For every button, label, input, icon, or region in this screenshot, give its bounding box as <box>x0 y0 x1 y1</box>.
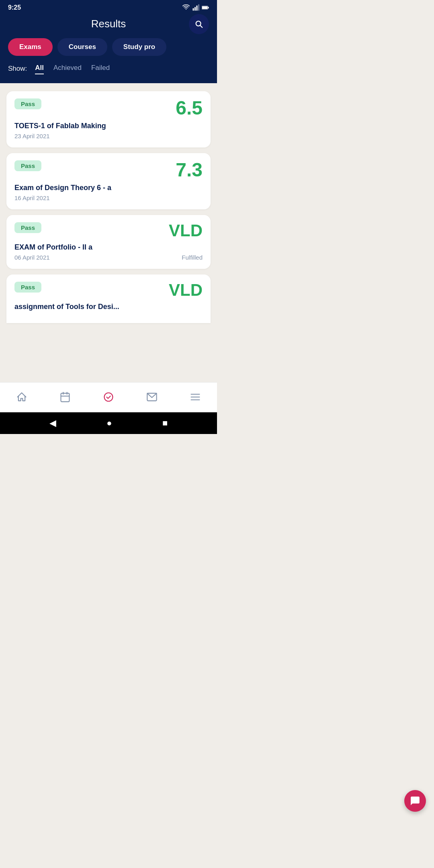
pass-badge-2: Pass <box>14 160 41 171</box>
card-top-1: Pass 6.5 <box>14 98 203 118</box>
svg-point-14 <box>104 393 113 401</box>
card-date-3: 06 April 2021 <box>14 254 92 261</box>
pass-badge-4: Pass <box>14 282 41 293</box>
filter-label: Show: <box>8 65 27 73</box>
results-icon <box>103 391 114 403</box>
filter-failed[interactable]: Failed <box>91 64 110 74</box>
bottom-nav <box>0 382 217 412</box>
fulfilled-3: Fulfilled <box>182 254 203 261</box>
score-3: VLD <box>169 222 203 239</box>
tab-study[interactable]: Study pro <box>112 38 166 56</box>
nav-calendar[interactable] <box>55 389 76 405</box>
tab-courses[interactable]: Courses <box>57 38 107 56</box>
card-top-2: Pass 7.3 <box>14 160 203 180</box>
svg-line-9 <box>200 25 202 27</box>
card-date-1: 23 April 2021 <box>14 133 203 139</box>
pass-badge-1: Pass <box>14 98 41 109</box>
svg-rect-3 <box>197 6 198 11</box>
result-card-1[interactable]: Pass 6.5 TOETS-1 of Fablab Making 23 Apr… <box>6 91 211 147</box>
status-bar: 9:25 <box>0 0 217 14</box>
nav-home[interactable] <box>11 389 32 405</box>
svg-rect-6 <box>208 7 209 8</box>
tabs-row: Exams Courses Study pro <box>0 38 217 64</box>
pass-badge-3: Pass <box>14 222 41 233</box>
page-title: Results <box>91 18 126 30</box>
score-2: 7.3 <box>176 160 203 180</box>
score-1: 6.5 <box>176 98 203 118</box>
svg-rect-1 <box>193 8 194 11</box>
filter-row: Show: All Achieved Failed <box>0 64 217 83</box>
home-icon <box>16 391 27 403</box>
tab-exams[interactable]: Exams <box>8 38 53 56</box>
search-icon <box>194 20 203 29</box>
wifi-icon <box>182 4 190 11</box>
svg-rect-4 <box>198 4 199 11</box>
card-date-2: 16 April 2021 <box>14 194 203 201</box>
card-bottom-3: EXAM of Portfolio - II a 06 April 2021 F… <box>14 243 203 261</box>
calendar-icon <box>59 391 71 403</box>
card-title-3: EXAM of Portfolio - II a <box>14 243 92 252</box>
signal-icon <box>192 4 199 11</box>
result-card-2[interactable]: Pass 7.3 Exam of Design Theory 6 - a 16 … <box>6 153 211 209</box>
card-top-4: Pass VLD <box>14 282 203 299</box>
android-back[interactable]: ◀ <box>49 418 56 428</box>
header: Results <box>0 14 217 38</box>
nav-messages[interactable] <box>141 389 162 405</box>
svg-point-0 <box>186 9 186 10</box>
filter-options: All Achieved Failed <box>35 64 110 74</box>
messages-icon <box>146 391 158 403</box>
card-top-3: Pass VLD <box>14 222 203 239</box>
status-time: 9:25 <box>8 4 21 11</box>
score-4: VLD <box>169 282 203 299</box>
status-icons <box>182 4 209 11</box>
nav-results[interactable] <box>98 389 119 405</box>
card-title-4: assignment of Tools for Desi... <box>14 303 203 311</box>
menu-icon <box>190 391 201 403</box>
svg-rect-10 <box>61 393 70 402</box>
android-home[interactable]: ● <box>106 418 112 428</box>
results-list: Pass 6.5 TOETS-1 of Fablab Making 23 Apr… <box>0 83 217 382</box>
svg-rect-7 <box>202 6 208 9</box>
android-nav: ◀ ● ■ <box>0 412 217 434</box>
battery-icon <box>202 4 209 11</box>
result-card-4[interactable]: Pass VLD assignment of Tools for Desi... <box>6 274 211 323</box>
svg-rect-2 <box>194 7 196 11</box>
filter-achieved[interactable]: Achieved <box>53 64 82 74</box>
search-button[interactable] <box>189 14 209 34</box>
card-title-1: TOETS-1 of Fablab Making <box>14 122 203 130</box>
filter-all[interactable]: All <box>35 64 44 74</box>
result-card-3[interactable]: Pass VLD EXAM of Portfolio - II a 06 Apr… <box>6 215 211 269</box>
android-recent[interactable]: ■ <box>162 418 168 428</box>
card-title-2: Exam of Design Theory 6 - a <box>14 184 203 192</box>
nav-menu[interactable] <box>185 389 206 405</box>
